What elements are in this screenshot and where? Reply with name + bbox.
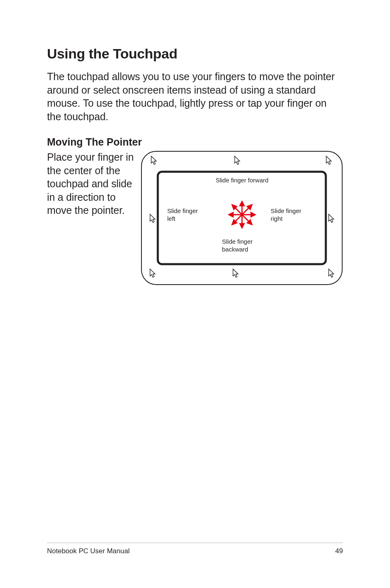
diagram-label-left-2: left [167,215,176,222]
footer-manual-name: Notebook PC User Manual [47,547,130,555]
intro-paragraph: The touchpad allows you to use your fing… [47,70,343,123]
diagram-label-left-1: Slide finger [167,207,198,214]
diagram-label-right-1: Slide finger [271,207,301,214]
heading-title: Using the Touchpad [47,46,343,62]
diagram-label-backward-1: Slide finger [222,238,253,245]
touchpad-diagram-svg: Slide finger forward Slide finger left S… [141,150,343,285]
subheading: Moving The Pointer [47,136,343,148]
page-footer: Notebook PC User Manual 49 [47,543,343,555]
diagram-label-forward: Slide finger forward [215,177,268,184]
moving-paragraph: Place your finger in the center of the t… [47,150,135,285]
diagram-label-right-2: right [271,215,283,222]
footer-page-number: 49 [335,547,343,555]
diagram-label-backward-2: backward [222,246,248,253]
touchpad-diagram: Slide finger forward Slide finger left S… [141,150,343,285]
